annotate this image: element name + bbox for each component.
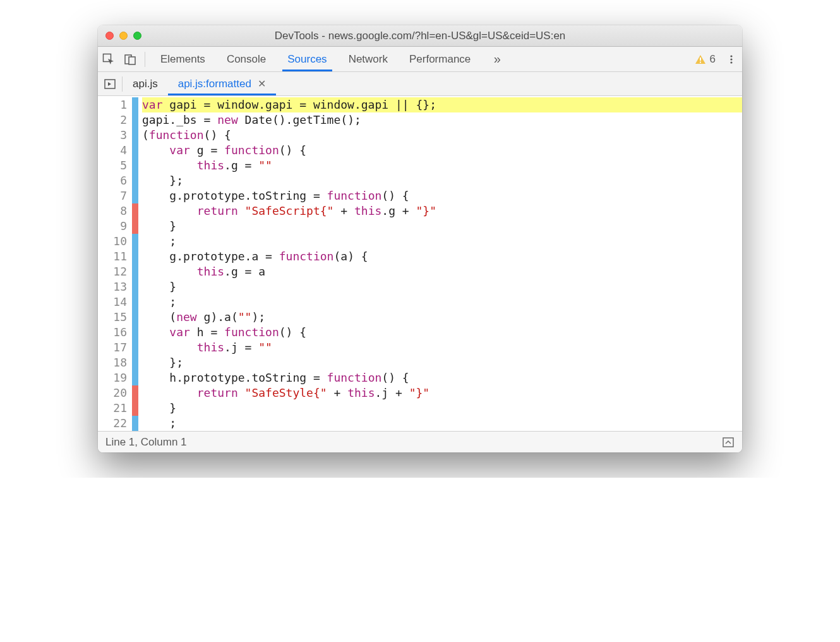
warnings-badge[interactable]: 6: [695, 53, 716, 66]
kebab-menu-icon[interactable]: [721, 47, 742, 72]
close-window-button[interactable]: [105, 32, 114, 40]
status-bar: Line 1, Column 1: [98, 431, 742, 452]
file-tabs-bar: api.js api.js:formatted ✕: [98, 72, 742, 96]
tab-performance[interactable]: Performance: [404, 47, 476, 71]
maximize-window-button[interactable]: [133, 32, 141, 40]
svg-rect-4: [700, 61, 701, 63]
svg-rect-9: [723, 438, 733, 447]
file-tab-api-js-formatted[interactable]: api.js:formatted ✕: [168, 72, 276, 95]
tab-console[interactable]: Console: [222, 47, 271, 71]
tab-elements[interactable]: Elements: [155, 47, 210, 71]
separator: [145, 52, 145, 67]
svg-point-6: [730, 58, 732, 60]
cursor-position: Line 1, Column 1: [105, 436, 187, 449]
window-title: DevTools - news.google.com/?hl=en-US&gl=…: [98, 30, 742, 42]
devtools-window: DevTools - news.google.com/?hl=en-US&gl=…: [98, 25, 742, 452]
file-tab-label: api.js: [133, 78, 158, 90]
devtools-toolbar: Elements Console Sources Network Perform…: [98, 47, 742, 72]
file-tab-api-js[interactable]: api.js: [123, 72, 168, 95]
file-tab-label: api.js:formatted: [178, 78, 251, 90]
more-tabs-button[interactable]: »: [487, 47, 507, 71]
code-content[interactable]: var gapi = window.gapi = window.gapi || …: [138, 96, 742, 431]
svg-rect-2: [129, 57, 135, 64]
tab-network[interactable]: Network: [344, 47, 393, 71]
svg-point-5: [730, 55, 732, 57]
tab-sources[interactable]: Sources: [282, 47, 332, 71]
inspect-element-icon[interactable]: [98, 47, 119, 72]
close-tab-icon[interactable]: ✕: [258, 78, 266, 90]
line-number-gutter: 12345678910111213141516171819202122: [98, 96, 132, 431]
drawer-toggle-icon[interactable]: [722, 436, 735, 449]
svg-point-7: [730, 61, 732, 63]
panel-tabs: Elements Console Sources Network Perform…: [155, 47, 695, 71]
navigator-toggle-icon[interactable]: [98, 72, 122, 96]
coverage-gutter: [132, 96, 138, 431]
svg-rect-3: [700, 58, 701, 61]
device-toolbar-icon[interactable]: [119, 47, 141, 72]
traffic-lights: [105, 32, 141, 40]
minimize-window-button[interactable]: [119, 32, 128, 40]
warning-icon: [695, 54, 706, 65]
code-editor[interactable]: 12345678910111213141516171819202122 var …: [98, 96, 742, 431]
warning-count: 6: [710, 53, 716, 66]
titlebar: DevTools - news.google.com/?hl=en-US&gl=…: [98, 25, 742, 47]
